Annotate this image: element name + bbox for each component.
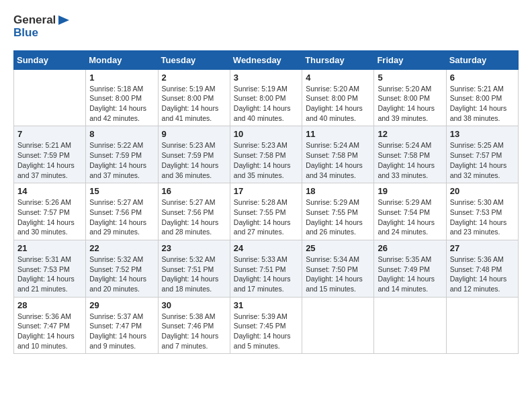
day-info: Sunrise: 5:22 AM Sunset: 7:59 PM Dayligh… <box>89 140 154 180</box>
day-info: Sunrise: 5:19 AM Sunset: 8:00 PM Dayligh… <box>234 84 298 124</box>
calendar-cell: 31Sunrise: 5:39 AM Sunset: 7:45 PM Dayli… <box>230 297 302 354</box>
header-sunday: Sunday <box>14 50 86 69</box>
calendar-cell: 12Sunrise: 5:24 AM Sunset: 7:58 PM Dayli… <box>374 126 446 183</box>
calendar-cell: 30Sunrise: 5:38 AM Sunset: 7:46 PM Dayli… <box>158 297 230 354</box>
week-row-1: 1Sunrise: 5:18 AM Sunset: 8:00 PM Daylig… <box>14 69 519 126</box>
calendar-cell <box>302 297 374 354</box>
day-number: 23 <box>162 243 226 253</box>
calendar-cell <box>14 69 86 126</box>
day-number: 27 <box>450 243 515 253</box>
day-number: 5 <box>378 73 442 83</box>
logo-general-text: General <box>13 14 56 27</box>
day-number: 11 <box>306 129 370 139</box>
calendar-cell: 4Sunrise: 5:20 AM Sunset: 8:00 PM Daylig… <box>302 69 374 126</box>
calendar-cell: 7Sunrise: 5:21 AM Sunset: 7:59 PM Daylig… <box>14 126 86 183</box>
calendar-cell: 14Sunrise: 5:26 AM Sunset: 7:57 PM Dayli… <box>14 183 86 240</box>
day-number: 10 <box>234 129 298 139</box>
day-number: 17 <box>234 186 298 196</box>
day-info: Sunrise: 5:34 AM Sunset: 7:50 PM Dayligh… <box>306 255 370 294</box>
day-info: Sunrise: 5:38 AM Sunset: 7:46 PM Dayligh… <box>162 312 226 351</box>
logo: General Blue <box>13 13 71 40</box>
calendar-cell: 20Sunrise: 5:30 AM Sunset: 7:53 PM Dayli… <box>446 183 518 240</box>
week-row-2: 7Sunrise: 5:21 AM Sunset: 7:59 PM Daylig… <box>14 126 519 183</box>
day-info: Sunrise: 5:33 AM Sunset: 7:51 PM Dayligh… <box>234 255 298 294</box>
calendar-cell: 13Sunrise: 5:25 AM Sunset: 7:57 PM Dayli… <box>446 126 518 183</box>
day-info: Sunrise: 5:31 AM Sunset: 7:53 PM Dayligh… <box>17 255 82 294</box>
day-info: Sunrise: 5:36 AM Sunset: 7:47 PM Dayligh… <box>17 312 82 351</box>
week-row-3: 14Sunrise: 5:26 AM Sunset: 7:57 PM Dayli… <box>14 183 519 240</box>
day-info: Sunrise: 5:32 AM Sunset: 7:52 PM Dayligh… <box>89 255 154 294</box>
calendar-cell: 5Sunrise: 5:20 AM Sunset: 8:00 PM Daylig… <box>374 69 446 126</box>
day-number: 28 <box>17 300 82 310</box>
day-info: Sunrise: 5:30 AM Sunset: 7:53 PM Dayligh… <box>450 197 515 237</box>
calendar-cell: 17Sunrise: 5:28 AM Sunset: 7:55 PM Dayli… <box>230 183 302 240</box>
calendar-cell: 21Sunrise: 5:31 AM Sunset: 7:53 PM Dayli… <box>14 240 86 297</box>
calendar-cell: 9Sunrise: 5:23 AM Sunset: 7:59 PM Daylig… <box>158 126 230 183</box>
logo-blue-text: Blue <box>13 27 38 40</box>
calendar-header-row: SundayMondayTuesdayWednesdayThursdayFrid… <box>14 50 519 69</box>
calendar-cell: 25Sunrise: 5:34 AM Sunset: 7:50 PM Dayli… <box>302 240 374 297</box>
day-info: Sunrise: 5:29 AM Sunset: 7:54 PM Dayligh… <box>378 197 442 237</box>
day-info: Sunrise: 5:23 AM Sunset: 7:59 PM Dayligh… <box>162 140 226 180</box>
calendar-cell: 24Sunrise: 5:33 AM Sunset: 7:51 PM Dayli… <box>230 240 302 297</box>
calendar-cell: 3Sunrise: 5:19 AM Sunset: 8:00 PM Daylig… <box>230 69 302 126</box>
calendar-cell: 6Sunrise: 5:21 AM Sunset: 8:00 PM Daylig… <box>446 69 518 126</box>
day-info: Sunrise: 5:27 AM Sunset: 7:56 PM Dayligh… <box>89 197 154 237</box>
day-info: Sunrise: 5:23 AM Sunset: 7:58 PM Dayligh… <box>234 140 298 180</box>
day-info: Sunrise: 5:32 AM Sunset: 7:51 PM Dayligh… <box>162 255 226 294</box>
day-info: Sunrise: 5:25 AM Sunset: 7:57 PM Dayligh… <box>450 140 515 180</box>
week-row-4: 21Sunrise: 5:31 AM Sunset: 7:53 PM Dayli… <box>14 240 519 297</box>
day-info: Sunrise: 5:26 AM Sunset: 7:57 PM Dayligh… <box>17 197 82 237</box>
day-number: 8 <box>89 129 154 139</box>
header-tuesday: Tuesday <box>158 50 230 69</box>
day-info: Sunrise: 5:20 AM Sunset: 8:00 PM Dayligh… <box>378 84 442 124</box>
day-info: Sunrise: 5:24 AM Sunset: 7:58 PM Dayligh… <box>306 140 370 180</box>
day-number: 1 <box>89 73 154 83</box>
day-number: 14 <box>17 186 82 196</box>
calendar-cell: 10Sunrise: 5:23 AM Sunset: 7:58 PM Dayli… <box>230 126 302 183</box>
calendar-cell: 2Sunrise: 5:19 AM Sunset: 8:00 PM Daylig… <box>158 69 230 126</box>
calendar-cell: 8Sunrise: 5:22 AM Sunset: 7:59 PM Daylig… <box>86 126 158 183</box>
calendar-cell <box>374 297 446 354</box>
day-number: 18 <box>306 186 370 196</box>
day-number: 26 <box>378 243 442 253</box>
day-number: 3 <box>234 73 298 83</box>
day-info: Sunrise: 5:29 AM Sunset: 7:55 PM Dayligh… <box>306 197 370 237</box>
day-number: 12 <box>378 129 442 139</box>
day-number: 19 <box>378 186 442 196</box>
day-number: 31 <box>234 300 298 310</box>
calendar-cell: 29Sunrise: 5:37 AM Sunset: 7:47 PM Dayli… <box>86 297 158 354</box>
calendar-cell: 23Sunrise: 5:32 AM Sunset: 7:51 PM Dayli… <box>158 240 230 297</box>
header-monday: Monday <box>86 50 158 69</box>
calendar-cell: 28Sunrise: 5:36 AM Sunset: 7:47 PM Dayli… <box>14 297 86 354</box>
calendar-cell <box>446 297 518 354</box>
day-info: Sunrise: 5:21 AM Sunset: 8:00 PM Dayligh… <box>450 84 515 124</box>
day-info: Sunrise: 5:27 AM Sunset: 7:56 PM Dayligh… <box>162 197 226 237</box>
calendar-table: SundayMondayTuesdayWednesdayThursdayFrid… <box>13 50 519 355</box>
week-row-5: 28Sunrise: 5:36 AM Sunset: 7:47 PM Dayli… <box>14 297 519 354</box>
day-info: Sunrise: 5:24 AM Sunset: 7:58 PM Dayligh… <box>378 140 442 180</box>
day-number: 21 <box>17 243 82 253</box>
day-info: Sunrise: 5:39 AM Sunset: 7:45 PM Dayligh… <box>234 312 298 351</box>
calendar-cell: 18Sunrise: 5:29 AM Sunset: 7:55 PM Dayli… <box>302 183 374 240</box>
logo-arrow-icon <box>57 13 71 27</box>
day-number: 30 <box>162 300 226 310</box>
calendar-cell: 16Sunrise: 5:27 AM Sunset: 7:56 PM Dayli… <box>158 183 230 240</box>
day-number: 20 <box>450 186 515 196</box>
day-number: 15 <box>89 186 154 196</box>
svg-marker-0 <box>58 15 69 25</box>
header-friday: Friday <box>374 50 446 69</box>
day-info: Sunrise: 5:19 AM Sunset: 8:00 PM Dayligh… <box>162 84 226 124</box>
day-info: Sunrise: 5:37 AM Sunset: 7:47 PM Dayligh… <box>89 312 154 351</box>
day-number: 29 <box>89 300 154 310</box>
day-number: 24 <box>234 243 298 253</box>
day-number: 25 <box>306 243 370 253</box>
calendar-cell: 1Sunrise: 5:18 AM Sunset: 8:00 PM Daylig… <box>86 69 158 126</box>
day-info: Sunrise: 5:20 AM Sunset: 8:00 PM Dayligh… <box>306 84 370 124</box>
day-number: 16 <box>162 186 226 196</box>
day-info: Sunrise: 5:18 AM Sunset: 8:00 PM Dayligh… <box>89 84 154 124</box>
header-saturday: Saturday <box>446 50 518 69</box>
day-info: Sunrise: 5:28 AM Sunset: 7:55 PM Dayligh… <box>234 197 298 237</box>
day-number: 4 <box>306 73 370 83</box>
day-number: 9 <box>162 129 226 139</box>
